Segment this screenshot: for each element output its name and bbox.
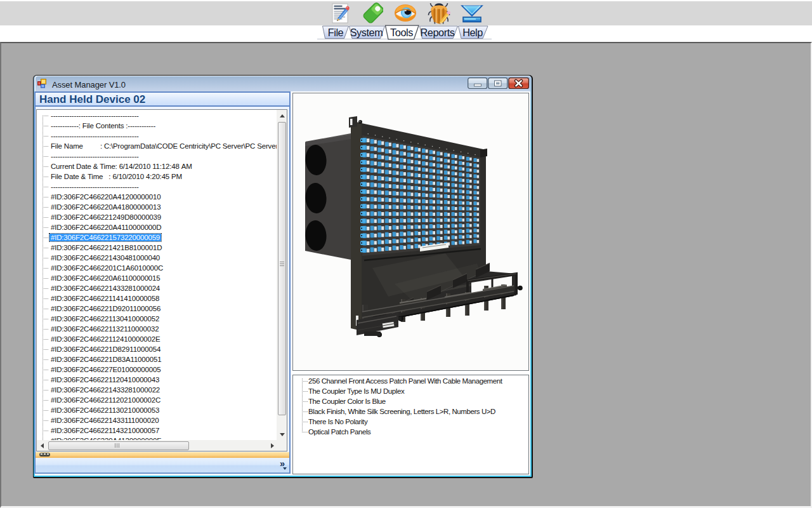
svg-text:Help: Help (462, 27, 483, 38)
svg-text:Tools: Tools (390, 27, 413, 38)
svg-text:File: File (328, 27, 344, 38)
svg-text:Reports: Reports (421, 27, 455, 38)
svg-text:System: System (350, 27, 383, 38)
